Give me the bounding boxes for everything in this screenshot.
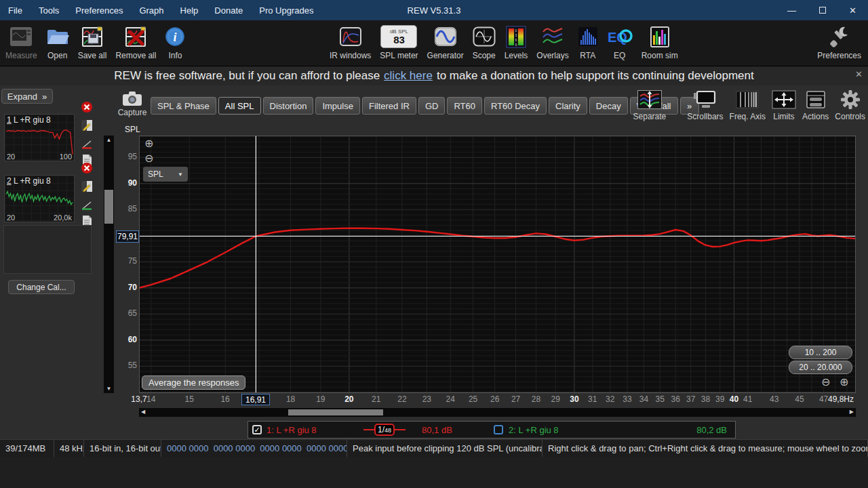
- y-zoom-out-icon[interactable]: ⊖: [144, 153, 153, 164]
- spl-plot-canvas[interactable]: [139, 136, 856, 393]
- overlays-button[interactable]: Overlays: [536, 24, 568, 60]
- info-button[interactable]: iInfo: [165, 24, 185, 60]
- x-zoom-in-icon[interactable]: ⊕: [840, 377, 848, 388]
- horizontal-scrollbar[interactable]: ◀ ▶: [139, 408, 856, 417]
- preferences-button[interactable]: Preferences: [817, 24, 861, 60]
- measurement-title: 1 L +R giu 8: [7, 115, 51, 125]
- thumbnail-x-max: 100: [60, 152, 72, 161]
- scrollbars-button[interactable]: Scrollbars: [687, 89, 723, 121]
- tab-filtered-ir[interactable]: Filtered IR: [362, 97, 416, 115]
- controls-button[interactable]: Controls: [835, 89, 865, 121]
- minimize-button[interactable]: —: [776, 0, 807, 20]
- freq-axis-button[interactable]: Freq. Axis: [730, 89, 766, 121]
- eq-button[interactable]: EQEQ: [607, 24, 633, 60]
- trace-style-icon[interactable]: [80, 138, 94, 151]
- trace2-spl-value: 80,2 dB: [696, 425, 727, 435]
- tab-rt60-decay[interactable]: RT60 Decay: [484, 97, 547, 115]
- ir-windows-button[interactable]: IR windows: [330, 24, 371, 60]
- smoothing-indicator[interactable]: 1/48: [363, 424, 406, 436]
- chevron-down-icon: ▼: [178, 171, 183, 178]
- rta-button[interactable]: RTA: [578, 24, 598, 60]
- y-zoom-in-icon[interactable]: ⊕: [144, 138, 153, 149]
- tab-decay[interactable]: Decay: [589, 97, 628, 115]
- scroll-down-icon[interactable]: ▼: [104, 386, 114, 392]
- toolbar-label: RTA: [580, 51, 595, 60]
- tab-rt60[interactable]: RT60: [447, 97, 482, 115]
- tab-clarity[interactable]: Clarity: [549, 97, 587, 115]
- trace2-label: 2: L +R giu 8: [509, 425, 559, 435]
- measurement-thumbnail[interactable]: 1 L +R giu 820100: [4, 114, 75, 161]
- remove-all-button[interactable]: Remove all: [115, 24, 156, 60]
- trace1-checkbox[interactable]: ✓: [252, 425, 262, 434]
- menu-tools[interactable]: Tools: [31, 0, 67, 20]
- edit-icon[interactable]: [80, 119, 94, 132]
- delete-icon[interactable]: [80, 100, 94, 114]
- spl-meter-icon: dB SPL83: [380, 24, 417, 49]
- tab-gd[interactable]: GD: [418, 97, 446, 115]
- range-button-20-20000[interactable]: 20 .. 20.000: [789, 361, 852, 374]
- status-segment-0: 39/174MB: [0, 440, 54, 457]
- spl-chart[interactable]: ⊕ ⊖ SPL ▼ Average the responses 10 .. 20…: [139, 136, 856, 393]
- thumbnail-x-min: 20: [7, 152, 15, 161]
- overlays-icon: [541, 24, 564, 49]
- close-button[interactable]: ✕: [837, 0, 868, 20]
- tab-distortion[interactable]: Distortion: [263, 97, 314, 115]
- y-tick-label: 90: [117, 178, 137, 188]
- x-tick-label: 16: [212, 394, 239, 404]
- horizontal-scroll-thumb[interactable]: [288, 409, 383, 415]
- tool-label: Scrollbars: [687, 112, 723, 121]
- donation-link[interactable]: click here: [384, 69, 433, 83]
- menu-file[interactable]: File: [0, 0, 31, 20]
- scroll-left-icon[interactable]: ◀: [141, 409, 145, 415]
- edit-icon[interactable]: [80, 180, 94, 193]
- limits-button[interactable]: Limits: [772, 89, 796, 121]
- trace-style-icon[interactable]: [80, 199, 94, 212]
- scroll-up-icon[interactable]: ▲: [104, 137, 114, 143]
- average-tooltip: Average the responses: [142, 375, 245, 390]
- svg-text:0: 0: [515, 28, 517, 33]
- y-tick-label: 65: [117, 308, 137, 318]
- svg-text:i: i: [174, 30, 177, 44]
- tab-impulse[interactable]: Impulse: [315, 97, 360, 115]
- banner-text-before: REW is free software, but if you can aff…: [114, 69, 380, 83]
- spl-meter-value: 83: [393, 35, 405, 45]
- vertical-scrollbar[interactable]: ▲ ▼: [104, 136, 114, 393]
- change-cal-button[interactable]: Change Cal...: [8, 280, 75, 294]
- banner-close-icon[interactable]: ✕: [855, 69, 863, 79]
- cursor-spl-readout: 79,91: [116, 230, 139, 243]
- menu-pro-upgrades[interactable]: Pro Upgrades: [251, 0, 321, 20]
- open-button[interactable]: Open: [46, 24, 69, 60]
- generator-button[interactable]: Generator: [427, 24, 464, 60]
- maximize-button[interactable]: [807, 0, 837, 20]
- measure-button[interactable]: Measure: [5, 24, 37, 60]
- delete-icon[interactable]: [80, 161, 94, 175]
- menu-preferences[interactable]: Preferences: [67, 0, 131, 20]
- scroll-right-icon[interactable]: ▶: [850, 409, 854, 415]
- toolbar-label: IR windows: [330, 51, 371, 60]
- measurement-title: 2 L +R giu 8: [7, 176, 51, 186]
- range-button-10-200[interactable]: 10 .. 200: [789, 346, 852, 359]
- measurement-index: 1: [7, 115, 12, 125]
- trace2-checkbox[interactable]: [494, 425, 503, 434]
- spl-meter-button[interactable]: dB SPL83SPL meter: [380, 24, 418, 60]
- x-zoom-out-icon[interactable]: ⊖: [821, 377, 830, 388]
- freq-axis-icon: [736, 89, 759, 110]
- y-axis-dropdown[interactable]: SPL ▼: [143, 167, 188, 182]
- title-bar: FileToolsPreferencesGraphHelpDonatePro U…: [0, 0, 868, 20]
- menu-help[interactable]: Help: [172, 0, 207, 20]
- menu-donate[interactable]: Donate: [206, 0, 251, 20]
- capture-button[interactable]: Capture: [117, 90, 148, 117]
- tab-all-spl[interactable]: All SPL: [218, 97, 261, 115]
- tab-spl-phase[interactable]: SPL & Phase: [151, 97, 216, 115]
- scope-button[interactable]: Scope: [473, 24, 496, 60]
- tool-label: Actions: [802, 112, 829, 121]
- levels-button[interactable]: 0369Levels: [505, 24, 528, 60]
- save-all-button[interactable]: Save all: [78, 24, 107, 60]
- measurement-thumbnail[interactable]: 2 L +R giu 82020,0k: [4, 175, 75, 222]
- menu-graph[interactable]: Graph: [131, 0, 172, 20]
- separate-button[interactable]: Separate: [633, 89, 667, 121]
- toolbar-label: Room sim: [642, 51, 678, 60]
- actions-button[interactable]: Actions: [802, 89, 829, 121]
- vertical-scroll-thumb[interactable]: [104, 190, 113, 224]
- room-sim-button[interactable]: Room sim: [642, 24, 678, 60]
